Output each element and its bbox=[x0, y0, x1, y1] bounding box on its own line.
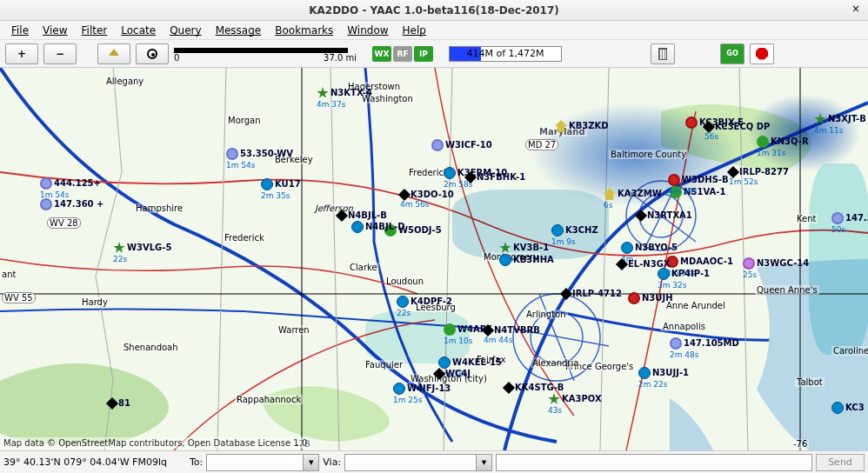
region-queenannes: Queen Anne's bbox=[755, 285, 819, 295]
map-view[interactable]: Allegany Morgan Berkeley Hampshire Frede… bbox=[0, 68, 868, 450]
menu-view[interactable]: View bbox=[37, 23, 73, 38]
memory-gauge[interactable]: 414M of 1,472M bbox=[449, 46, 562, 62]
shield-wv28: WV 28 bbox=[47, 217, 81, 229]
region-hampshire: Hampshire bbox=[134, 203, 184, 213]
region-washington: Washington bbox=[360, 94, 415, 103]
menu-help[interactable]: Help bbox=[397, 23, 432, 38]
home-button[interactable] bbox=[97, 43, 130, 64]
rf-indicator[interactable]: RF bbox=[393, 46, 412, 62]
region-berkeley: Berkeley bbox=[273, 155, 315, 164]
statusbar: 39° 40.13'N 079° 04.04'W FM09lq To: ▾ Vi… bbox=[0, 450, 868, 473]
menu-filter[interactable]: Filter bbox=[76, 23, 114, 38]
region-caroline: Caroline bbox=[831, 346, 868, 356]
region-fairfax: Fairfax bbox=[475, 355, 507, 364]
menu-query[interactable]: Query bbox=[164, 23, 207, 38]
zoom-in-button[interactable]: + bbox=[5, 43, 38, 64]
region-maryland: Maryland bbox=[537, 127, 587, 137]
message-input[interactable] bbox=[496, 454, 812, 471]
region-baltimore-county: Baltimore County bbox=[609, 150, 688, 159]
ip-indicator[interactable]: IP bbox=[414, 46, 433, 62]
port-indicators: WX RF IP bbox=[372, 46, 433, 62]
home-icon bbox=[109, 49, 119, 56]
region-anne-arundel: Anne Arundel bbox=[664, 301, 727, 310]
coords-readout: 39° 40.13'N 079° 04.04'W FM09lq bbox=[3, 456, 186, 468]
menu-message[interactable]: Message bbox=[210, 23, 268, 38]
center-button[interactable] bbox=[136, 43, 169, 64]
region-morgan: Morgan bbox=[226, 116, 263, 125]
city-hagerstown: Hagerstown bbox=[346, 82, 402, 91]
region-allegany: Allegany bbox=[104, 77, 145, 86]
window-title: KA2DDO - YAAC 1.0-beta116(18-Dec-2017) bbox=[309, 4, 559, 17]
send-button[interactable]: Send bbox=[816, 454, 865, 471]
region-warren: Warren bbox=[277, 325, 311, 335]
menu-window[interactable]: Window bbox=[341, 23, 394, 38]
region-shenandoah: Shenandoah bbox=[122, 343, 180, 352]
close-icon[interactable]: × bbox=[849, 3, 863, 17]
chevron-down-icon: ▾ bbox=[476, 455, 491, 470]
city-leesburg: Leesburg bbox=[414, 303, 457, 312]
go-button[interactable]: GO bbox=[720, 43, 744, 64]
region-montgomery: Montgomery bbox=[482, 252, 540, 262]
region-jefferson: Jefferson bbox=[313, 203, 355, 213]
city-annapolis: Annapolis bbox=[661, 322, 707, 331]
stop-icon bbox=[756, 48, 768, 60]
region-ant: ant bbox=[0, 270, 17, 279]
region-frederick-md: Frederick bbox=[407, 168, 451, 177]
memory-text: 414M of 1,472M bbox=[450, 47, 561, 61]
to-combo[interactable]: ▾ bbox=[206, 454, 319, 471]
menu-bookmarks[interactable]: Bookmarks bbox=[269, 23, 339, 38]
menu-file[interactable]: File bbox=[5, 23, 35, 38]
region-loudoun: Loudoun bbox=[384, 276, 425, 286]
city-washington: Washington (city) bbox=[409, 374, 489, 383]
region-hardy: Hardy bbox=[80, 297, 110, 307]
city-arlington: Arlington bbox=[524, 310, 568, 319]
toolbar: + − 0 37.0 mi WX RF IP 414M of 1,472M GO bbox=[0, 40, 868, 68]
city-alexandria: Alexandria bbox=[531, 358, 580, 368]
via-combo[interactable]: ▾ bbox=[344, 454, 492, 471]
target-icon bbox=[147, 49, 157, 59]
region-clarke: Clarke bbox=[348, 263, 379, 272]
trash-button[interactable] bbox=[651, 43, 675, 64]
region-frederick: Frederick bbox=[223, 233, 266, 243]
region-fauquier: Fauquier bbox=[364, 360, 404, 370]
via-label: Via: bbox=[323, 456, 341, 468]
shield-wv55: WV 55 bbox=[2, 292, 36, 303]
trash-icon bbox=[658, 48, 667, 60]
map-attribution: Map data © OpenStreetMap contributors, O… bbox=[2, 437, 309, 449]
region-kent: Kent bbox=[795, 214, 818, 223]
scale-bar: 0 37.0 mi bbox=[174, 48, 357, 60]
scale-left-label: 0 bbox=[174, 53, 179, 63]
shield-md27: MD 27 bbox=[525, 139, 558, 150]
region-talbot: Talbot bbox=[795, 377, 825, 387]
lon-76: -76 bbox=[791, 439, 809, 449]
to-label: To: bbox=[190, 456, 203, 468]
wx-indicator[interactable]: WX bbox=[372, 46, 391, 62]
menu-locate[interactable]: Locate bbox=[115, 23, 162, 38]
scale-right-label: 37.0 mi bbox=[324, 53, 357, 63]
titlebar: KA2DDO - YAAC 1.0-beta116(18-Dec-2017) × bbox=[0, 0, 868, 21]
zoom-out-button[interactable]: − bbox=[43, 43, 77, 64]
chevron-down-icon: ▾ bbox=[303, 455, 318, 470]
menubar: File View Filter Locate Query Message Bo… bbox=[0, 21, 868, 40]
map-svg bbox=[0, 68, 868, 450]
region-rappahannock: Rappahannock bbox=[235, 395, 303, 404]
stop-button[interactable] bbox=[750, 43, 774, 64]
